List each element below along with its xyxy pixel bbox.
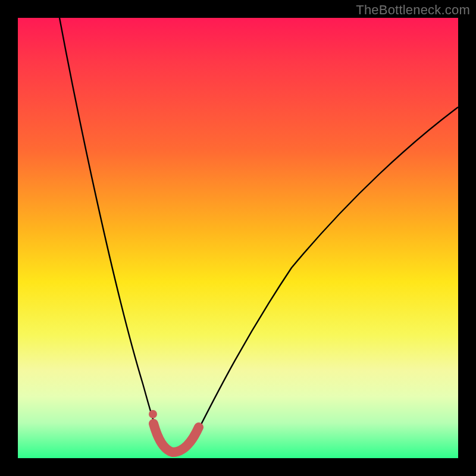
- highlight-band: [154, 424, 199, 452]
- plot-area: [18, 18, 458, 458]
- watermark-text: TheBottleneck.com: [356, 2, 470, 18]
- chart-frame: TheBottleneck.com: [0, 0, 476, 476]
- curves-layer: [18, 18, 458, 458]
- bottleneck-curve: [60, 18, 458, 452]
- highlight-dot: [149, 410, 157, 418]
